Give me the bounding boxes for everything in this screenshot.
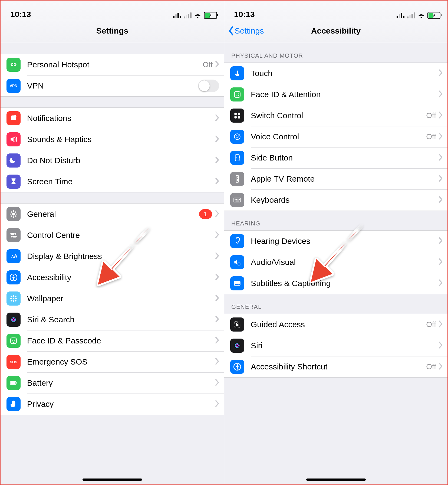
moon-icon (6, 153, 21, 168)
chevron-right-icon (438, 133, 443, 141)
chevron-right-icon (215, 156, 219, 165)
chevron-right-icon (215, 316, 219, 324)
chevron-right-icon (215, 114, 219, 122)
row-label: Hearing Devices (244, 237, 438, 246)
section-header: HEARING (224, 211, 447, 230)
row-audiovisual[interactable]: Audio/Visual (224, 252, 447, 273)
row-hotspot[interactable]: Personal HotspotOff (1, 54, 224, 75)
row-guided[interactable]: Guided AccessOff (224, 314, 447, 335)
svg-rect-14 (13, 236, 17, 237)
row-battery[interactable]: Battery (1, 372, 224, 394)
row-switchctl[interactable]: Switch ControlOff (224, 105, 447, 126)
row-tvremote[interactable]: Apple TV Remote (224, 168, 447, 189)
row-accessibility[interactable]: Accessibility (1, 267, 224, 288)
row-privacy[interactable]: Privacy (1, 394, 224, 415)
svg-point-13 (14, 233, 16, 235)
vpn-icon: VPN (6, 79, 21, 93)
row-notifications[interactable]: Notifications (1, 108, 224, 129)
row-faceatt[interactable]: Face ID & Attention (224, 84, 447, 105)
row-vpn[interactable]: VPNVPN (1, 75, 224, 96)
chevron-right-icon (215, 61, 219, 69)
siri-icon (230, 339, 244, 353)
status-bar: 10:13 ⚡︎ (1, 1, 224, 19)
svg-rect-62 (234, 281, 240, 286)
svg-point-52 (237, 177, 238, 178)
row-siri2[interactable]: Siri (224, 335, 447, 356)
row-controlcentre[interactable]: Control Centre (1, 225, 224, 246)
row-dnd[interactable]: Do Not Disturb (1, 150, 224, 171)
svg-rect-42 (234, 113, 237, 115)
cellular-1-icon (173, 13, 181, 18)
row-touch[interactable]: Touch (224, 63, 447, 84)
row-general[interactable]: General1 (1, 204, 224, 225)
chevron-right-icon (215, 231, 219, 239)
chevron-right-icon (438, 112, 443, 120)
svg-text:SOS: SOS (10, 360, 17, 364)
audiovisual-icon (230, 255, 244, 269)
row-sounds[interactable]: Sounds & Haptics (1, 129, 224, 150)
svg-point-23 (10, 298, 12, 299)
lock-icon (230, 317, 244, 332)
chevron-right-icon (215, 379, 219, 387)
svg-rect-12 (10, 233, 14, 235)
back-label: Settings (235, 26, 264, 35)
section-header: PHYSICAL AND MOTOR (224, 43, 447, 63)
link-icon (6, 58, 21, 72)
row-label: Switch Control (244, 111, 426, 120)
svg-rect-50 (239, 156, 240, 158)
chevron-right-icon (215, 210, 219, 218)
bell-icon (6, 111, 21, 125)
row-label: Do Not Disturb (21, 156, 215, 165)
battery-icon (6, 376, 21, 390)
grid-icon (230, 109, 244, 123)
battery-icon: ⚡︎ (204, 12, 217, 19)
row-keyboards[interactable]: Keyboards (224, 189, 447, 211)
svg-text:A: A (14, 253, 18, 259)
svg-point-25 (11, 296, 12, 297)
row-label: Siri & Search (21, 315, 215, 324)
row-siri[interactable]: Siri & Search (1, 309, 224, 330)
row-label: Emergency SOS (21, 357, 215, 366)
svg-point-71 (236, 364, 238, 366)
row-display[interactable]: AADisplay & Brightness (1, 246, 224, 267)
svg-point-48 (238, 135, 239, 136)
row-label: Wallpaper (21, 294, 215, 303)
row-voicectl[interactable]: Voice ControlOff (224, 126, 447, 147)
siri-icon (6, 313, 21, 327)
toggle-vpn[interactable] (198, 80, 219, 92)
row-faceid[interactable]: Face ID & Passcode (1, 330, 224, 351)
home-indicator (306, 479, 366, 481)
row-subtitles[interactable]: Subtitles & Captioning (224, 273, 447, 294)
touch-icon (230, 66, 244, 80)
svg-rect-63 (235, 284, 238, 285)
cellular-2-icon (184, 12, 192, 18)
row-screentime[interactable]: Screen Time (1, 171, 224, 192)
wifi-icon (418, 13, 425, 18)
ear-icon (230, 234, 244, 248)
row-shortcut[interactable]: Accessibility ShortcutOff (224, 356, 447, 377)
row-sidebtn[interactable]: Side Button (224, 147, 447, 168)
back-button[interactable]: Settings (224, 26, 264, 35)
status-icons: ⚡︎ (397, 12, 440, 19)
chevron-right-icon (215, 178, 219, 186)
row-value: Off (203, 60, 215, 69)
row-sos[interactable]: SOSEmergency SOS (1, 351, 224, 372)
row-label: Control Centre (21, 231, 215, 240)
svg-point-22 (13, 300, 14, 302)
row-label: Siri (244, 341, 438, 350)
svg-rect-43 (238, 113, 240, 115)
badge: 1 (199, 209, 212, 219)
right-phone: 10:13 ⚡︎ Settings Accessibility PHYSICAL… (224, 1, 447, 484)
svg-rect-58 (239, 199, 240, 200)
svg-point-21 (13, 295, 14, 297)
face-icon (6, 334, 21, 348)
svg-point-47 (236, 135, 237, 136)
cellular-1-icon (397, 13, 404, 18)
chevron-right-icon (438, 196, 443, 204)
svg-point-27 (11, 300, 12, 301)
row-label: Subtitles & Captioning (244, 279, 438, 288)
row-wallpaper[interactable]: Wallpaper (1, 288, 224, 309)
row-label: Screen Time (21, 177, 215, 186)
aa-icon: AA (6, 249, 21, 263)
row-hearingdev[interactable]: Hearing Devices (224, 231, 447, 252)
